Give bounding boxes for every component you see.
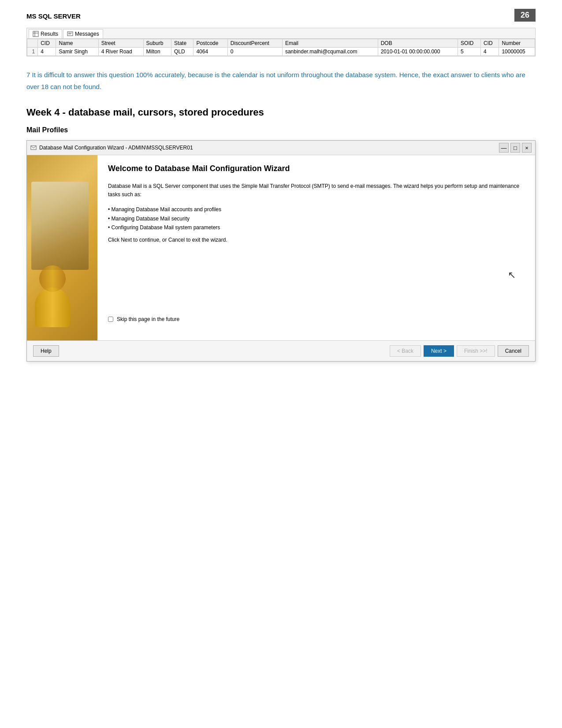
footer-left: Help: [33, 345, 59, 357]
messages-tab-label: Messages: [75, 31, 99, 37]
table-icon: [33, 31, 39, 37]
dialog-sidebar-graphic: [27, 155, 97, 340]
cell-postcode: 4064: [194, 48, 227, 56]
dialog-title-text: Database Mail Configuration Wizard - ADM…: [39, 145, 193, 151]
dialog-main-title: Welcome to Database Mail Configuration W…: [108, 164, 525, 173]
col-cid: CID: [38, 39, 56, 48]
cursor-symbol: ↖: [508, 269, 516, 281]
col-state: State: [171, 39, 194, 48]
dialog-click-text: Click Next to continue, or Cancel to exi…: [108, 237, 525, 243]
dialog-footer: Help < Back Next > Finish >>! Cancel: [27, 340, 535, 361]
dialog-window: Database Mail Configuration Wizard - ADM…: [26, 140, 536, 362]
dialog-skip-row: Skip this page in the future: [108, 316, 525, 322]
dialog-controls: — □ ×: [499, 143, 532, 153]
page-header: 26 MS SQL SERVER: [26, 9, 536, 20]
bullet-1: • Managing Database Mail accounts and pr…: [108, 205, 525, 214]
col-street: Street: [98, 39, 143, 48]
dialog-titlebar-left: Database Mail Configuration Wizard - ADM…: [30, 145, 193, 151]
cell-cid: 4: [38, 48, 56, 56]
mail-config-icon: [30, 145, 37, 151]
close-button[interactable]: ×: [522, 143, 532, 153]
sub-heading: Mail Profiles: [26, 126, 536, 134]
minimize-button[interactable]: —: [499, 143, 509, 153]
results-tab-label: Results: [41, 31, 58, 37]
cell-discountpercent: 0: [227, 48, 282, 56]
cancel-button[interactable]: Cancel: [498, 345, 529, 357]
dialog-content: Welcome to Database Mail Configuration W…: [97, 155, 535, 340]
dialog-titlebar: Database Mail Configuration Wizard - ADM…: [27, 141, 535, 155]
help-button[interactable]: Help: [33, 345, 59, 357]
col-email: Email: [282, 39, 378, 48]
footer-right: < Back Next > Finish >>! Cancel: [390, 345, 529, 357]
next-button[interactable]: Next >: [424, 345, 454, 357]
col-dob: DOB: [378, 39, 458, 48]
body-paragraph: 7 It is difficult to answer this questio…: [26, 69, 536, 93]
cell-soid: 5: [458, 48, 481, 56]
col-soid: SOID: [458, 39, 481, 48]
messages-tab[interactable]: Messages: [63, 29, 103, 38]
maximize-button[interactable]: □: [510, 143, 520, 153]
cell-name: Samir Singh: [56, 48, 98, 56]
bullet-2: • Managing Database Mail security: [108, 214, 525, 223]
sql-results-panel: Results Messages CID: [26, 28, 536, 56]
back-button[interactable]: < Back: [390, 345, 421, 357]
col-suburb: Suburb: [143, 39, 171, 48]
table-header-row: CID Name Street Suburb State Postcode Di…: [27, 39, 535, 48]
section-heading: Week 4 - database mail, cursors, stored …: [26, 107, 536, 118]
col-postcode: Postcode: [194, 39, 227, 48]
col-name: Name: [56, 39, 98, 48]
sql-results-table: CID Name Street Suburb State Postcode Di…: [27, 39, 535, 56]
row-number: 1: [27, 48, 38, 56]
table-row: 1 4 Samir Singh 4 River Road Milton QLD …: [27, 48, 535, 56]
skip-label: Skip this page in the future: [117, 316, 179, 322]
dialog-description: Database Mail is a SQL Server component …: [108, 182, 525, 199]
cylinder-shape: [35, 287, 70, 327]
cell-suburb: Milton: [143, 48, 171, 56]
cell-cid2: 4: [481, 48, 499, 56]
cell-state: QLD: [171, 48, 194, 56]
col-cid2: CID: [481, 39, 499, 48]
bullet-3: • Configuring Database Mail system param…: [108, 223, 525, 232]
cell-dob: 2010-01-01 00:00:00.000: [378, 48, 458, 56]
dialog-body: Welcome to Database Mail Configuration W…: [27, 155, 535, 340]
messages-icon: [67, 31, 73, 37]
col-discountpercent: DiscountPercent: [227, 39, 282, 48]
cell-email: sanbinder.malhi@cqumail.com: [282, 48, 378, 56]
cell-number: 10000005: [499, 48, 535, 56]
sphere-shape: [39, 265, 66, 292]
finish-button: Finish >>!: [457, 345, 495, 357]
svg-rect-0: [33, 31, 38, 37]
results-tab[interactable]: Results: [29, 29, 62, 38]
skip-checkbox[interactable]: [108, 317, 113, 322]
col-number: Number: [499, 39, 535, 48]
page-title: MS SQL SERVER: [26, 9, 536, 20]
page-number: 26: [514, 9, 536, 22]
sql-tabs: Results Messages: [27, 28, 535, 39]
sidebar-decoration: [31, 182, 89, 270]
sql-table-wrapper: CID Name Street Suburb State Postcode Di…: [27, 39, 535, 56]
dialog-bullets: • Managing Database Mail accounts and pr…: [108, 205, 525, 232]
cell-street: 4 River Road: [98, 48, 143, 56]
col-rownum: [27, 39, 38, 48]
